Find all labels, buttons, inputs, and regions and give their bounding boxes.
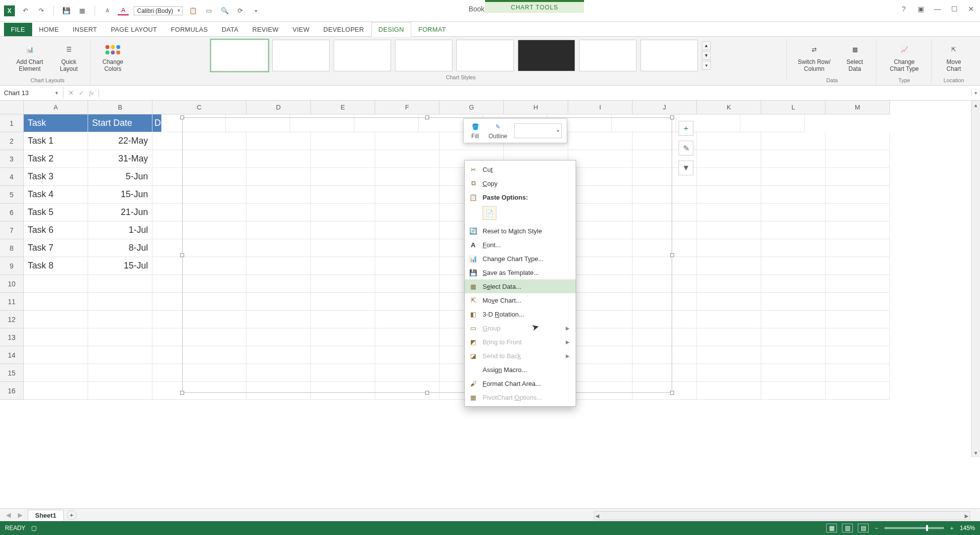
col-header-A[interactable]: A (24, 101, 88, 114)
tab-view[interactable]: VIEW (286, 23, 316, 36)
cell[interactable] (697, 328, 761, 346)
cell[interactable] (761, 257, 826, 275)
close-button[interactable]: ✕ (966, 4, 976, 14)
style-gallery-down[interactable]: ▼ (702, 51, 711, 60)
move-chart-button[interactable]: ⇱ Move Chart (937, 40, 970, 74)
cell[interactable] (697, 239, 761, 257)
cell[interactable] (697, 168, 761, 186)
zoom-slider[interactable] (884, 527, 944, 529)
cell[interactable] (697, 346, 761, 364)
cell[interactable] (88, 382, 152, 400)
sheet-add-button[interactable]: ＋ (67, 510, 77, 520)
ctx-copy[interactable]: ⧉Copy (465, 176, 576, 190)
tab-file[interactable]: FILE (4, 23, 32, 36)
col-header-E[interactable]: E (311, 101, 375, 114)
embedded-chart[interactable]: ＋ ✎ ▼ (182, 117, 672, 393)
cell[interactable] (761, 204, 826, 221)
cell[interactable] (826, 311, 890, 328)
cell[interactable] (88, 311, 152, 328)
row-header[interactable]: 16 (0, 382, 24, 400)
font-size-decrease-button[interactable]: A (102, 5, 113, 16)
tab-design[interactable]: DESIGN (371, 22, 412, 37)
cell[interactable] (24, 382, 88, 400)
minimize-button[interactable]: — (932, 4, 942, 14)
chart-resize-handle[interactable] (670, 253, 674, 257)
ctx-3d-rotation[interactable]: ◧3-D Rotation... (465, 307, 576, 321)
view-page-layout-button[interactable]: ▥ (842, 524, 853, 533)
style-gallery-more[interactable]: ▾ (702, 61, 711, 70)
qat-customize-button[interactable]: ▾ (251, 5, 262, 16)
col-header-G[interactable]: G (440, 101, 504, 114)
col-header-H[interactable]: H (504, 101, 568, 114)
cell[interactable]: 15-Jun (88, 186, 152, 204)
cell[interactable]: Task (24, 114, 88, 132)
row-header[interactable]: 2 (0, 132, 24, 150)
fx-icon[interactable]: fx (89, 89, 94, 97)
row-header[interactable]: 12 (0, 311, 24, 328)
cell[interactable] (826, 275, 890, 293)
cell[interactable]: 5-Jun (88, 168, 152, 186)
cell[interactable] (24, 293, 88, 311)
tab-data[interactable]: DATA (215, 23, 245, 36)
cell[interactable] (88, 346, 152, 364)
cell[interactable] (88, 364, 152, 382)
zoom-button[interactable]: 🔍 (219, 5, 230, 16)
chart-style-8[interactable] (640, 40, 698, 71)
row-header[interactable]: 5 (0, 186, 24, 204)
tab-review[interactable]: REVIEW (245, 23, 286, 36)
cell[interactable] (740, 114, 805, 132)
undo-button[interactable]: ↶ (20, 5, 31, 16)
worksheet-grid[interactable]: A B C D E F G H I J K L M 1TaskStart Dat… (0, 101, 980, 457)
cell[interactable] (697, 221, 761, 239)
outline-button[interactable]: ✎ Outline (489, 122, 507, 140)
cell[interactable]: 22-May (88, 132, 152, 150)
cell[interactable] (697, 311, 761, 328)
cell[interactable] (88, 275, 152, 293)
row-header[interactable]: 7 (0, 221, 24, 239)
chart-style-2[interactable] (272, 40, 330, 71)
redo-button[interactable]: ↷ (36, 5, 47, 16)
help-button[interactable]: ? (899, 4, 909, 14)
col-header-J[interactable]: J (633, 101, 697, 114)
row-header[interactable]: 3 (0, 150, 24, 168)
cell[interactable]: Task 1 (24, 132, 88, 150)
name-box[interactable]: Chart 13▼ (0, 87, 63, 99)
cell[interactable] (24, 346, 88, 364)
view-normal-button[interactable]: ▦ (826, 524, 837, 533)
cell[interactable] (761, 186, 826, 204)
cell[interactable] (761, 132, 826, 150)
cell[interactable] (826, 186, 890, 204)
cell[interactable] (826, 346, 890, 364)
chart-elements-button[interactable]: ＋ (679, 121, 693, 136)
col-header-M[interactable]: M (826, 101, 890, 114)
col-header-L[interactable]: L (761, 101, 826, 114)
cell[interactable] (826, 168, 890, 186)
row-header[interactable]: 9 (0, 257, 24, 275)
row-header[interactable]: 10 (0, 275, 24, 293)
row-header[interactable]: 14 (0, 346, 24, 364)
chart-resize-handle[interactable] (180, 391, 184, 395)
chart-style-1[interactable] (211, 40, 268, 71)
ctx-save-as-template[interactable]: 💾Save as Template... (465, 266, 576, 279)
chart-style-5[interactable] (456, 40, 514, 71)
cell[interactable] (826, 328, 890, 346)
col-header-D[interactable]: D (246, 101, 311, 114)
chart-resize-handle[interactable] (670, 115, 674, 119)
cell[interactable] (697, 364, 761, 382)
cell[interactable] (761, 275, 826, 293)
chart-resize-handle[interactable] (425, 391, 429, 395)
cell[interactable] (761, 382, 826, 400)
ctx-select-data[interactable]: ▦Select Data... (465, 279, 576, 293)
cell[interactable] (761, 239, 826, 257)
cell[interactable] (697, 132, 761, 150)
ctx-move-chart[interactable]: ⇱Move Chart... (465, 293, 576, 307)
cell[interactable]: 31-May (88, 150, 152, 168)
select-data-button[interactable]: ▦ Select Data (838, 40, 871, 74)
vertical-scrollbar[interactable]: ▲▼ (971, 101, 980, 457)
row-header[interactable]: 8 (0, 239, 24, 257)
row-header[interactable]: 13 (0, 328, 24, 346)
cell[interactable] (826, 221, 890, 239)
cell[interactable] (697, 186, 761, 204)
cell[interactable]: 1-Jul (88, 221, 152, 239)
cell[interactable] (761, 311, 826, 328)
